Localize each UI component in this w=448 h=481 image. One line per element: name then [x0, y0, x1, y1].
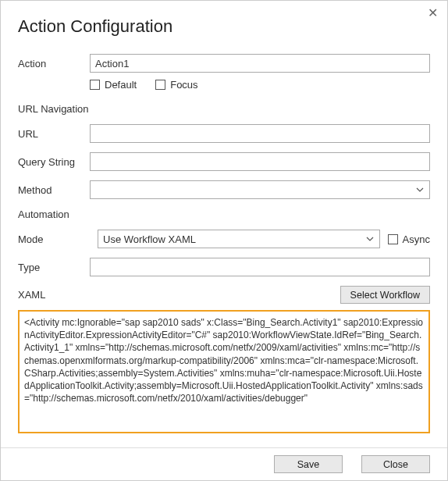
dialog-footer: Save Close [1, 447, 447, 480]
xaml-label: XAML [18, 289, 90, 301]
mode-label: Mode [18, 233, 90, 245]
focus-checkbox[interactable]: Focus [155, 79, 197, 91]
query-string-label: Query String [18, 156, 90, 168]
type-input[interactable] [90, 258, 430, 276]
url-row: URL [18, 124, 430, 143]
url-input[interactable] [90, 124, 430, 143]
default-checkbox[interactable]: Default [90, 79, 137, 91]
mode-row: Mode Use Workflow XAML Async [18, 230, 430, 248]
select-workflow-button[interactable]: Select Workflow [340, 286, 430, 304]
url-navigation-section-label: URL Navigation [18, 103, 430, 115]
chevron-down-icon [365, 234, 375, 244]
method-select[interactable] [90, 180, 430, 199]
query-string-row: Query String [18, 152, 430, 171]
method-label: Method [18, 184, 90, 196]
close-icon[interactable]: ✕ [428, 5, 438, 20]
action-label: Action [18, 58, 90, 69]
async-checkbox[interactable]: Async [388, 233, 430, 245]
chevron-down-icon [415, 185, 425, 194]
xaml-textarea[interactable]: <Activity mc:Ignorable="sap sap2010 sads… [18, 310, 430, 433]
type-row: Type [18, 258, 430, 276]
type-label: Type [18, 262, 90, 273]
focus-checkbox-label: Focus [170, 79, 197, 91]
url-label: URL [18, 128, 90, 140]
action-checks: Default Focus [90, 79, 430, 91]
checkbox-box [90, 80, 100, 90]
async-checkbox-label: Async [403, 233, 430, 245]
method-row: Method [18, 180, 430, 199]
action-input[interactable] [90, 54, 430, 73]
close-button[interactable]: Close [361, 455, 430, 473]
dialog-body: Action Configuration Action Default Focu… [1, 1, 447, 433]
automation-section-label: Automation [18, 208, 430, 220]
query-string-input[interactable] [90, 152, 430, 171]
mode-select[interactable]: Use Workflow XAML [98, 230, 380, 248]
save-button[interactable]: Save [274, 455, 343, 473]
page-title: Action Configuration [18, 16, 430, 37]
default-checkbox-label: Default [105, 79, 137, 91]
xaml-row: XAML Select Workflow [18, 286, 430, 304]
mode-select-value: Use Workflow XAML [103, 233, 196, 245]
checkbox-box [155, 80, 165, 90]
checkbox-box [388, 234, 398, 244]
action-row: Action [18, 54, 430, 73]
